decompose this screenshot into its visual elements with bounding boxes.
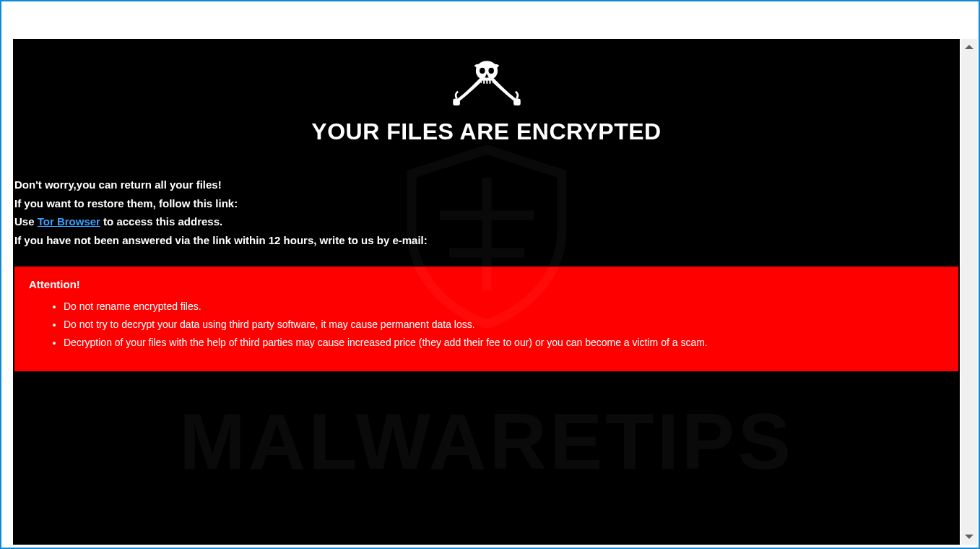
- attention-item: Do not try to decrypt your data using th…: [64, 316, 944, 334]
- page-title: YOUR FILES ARE ENCRYPTED: [13, 118, 960, 145]
- svg-point-5: [488, 68, 494, 74]
- vertical-scrollbar[interactable]: [961, 39, 977, 545]
- attention-panel: Attention! Do not rename encrypted files…: [14, 267, 958, 371]
- svg-rect-1: [514, 100, 519, 105]
- instruction-line-4: If you have not been answered via the li…: [14, 231, 958, 250]
- attention-item: Do not rename encrypted files.: [64, 298, 944, 316]
- chevron-down-icon: [965, 535, 974, 539]
- scroll-down-button[interactable]: [961, 529, 977, 545]
- attention-item: Decryption of your files with the help o…: [64, 334, 944, 352]
- skull-crossed-swords-icon: [13, 56, 960, 110]
- instruction-line-3-suffix: to access this address.: [100, 215, 222, 228]
- watermark-text: MALWARETIPS: [179, 395, 794, 487]
- svg-point-4: [480, 68, 485, 74]
- tor-browser-link[interactable]: Tor Browser: [38, 215, 100, 228]
- chevron-up-icon: [965, 45, 974, 49]
- content-viewport: MALWARETIPS: [13, 39, 960, 545]
- svg-rect-0: [454, 100, 459, 105]
- instruction-line-3-prefix: Use: [14, 215, 38, 228]
- attention-heading: Attention!: [29, 278, 944, 290]
- svg-rect-9: [490, 81, 492, 85]
- window-body: MALWARETIPS: [1, 1, 979, 548]
- svg-rect-6: [482, 81, 483, 85]
- instructions-block: Don't worry,you can return all your file…: [13, 176, 960, 249]
- instruction-line-3: Use Tor Browser to access this address.: [14, 212, 958, 231]
- instruction-line-2: If you want to restore them, follow this…: [14, 194, 958, 213]
- window-frame: MALWARETIPS: [0, 0, 980, 549]
- svg-rect-7: [485, 81, 486, 85]
- instruction-line-1: Don't worry,you can return all your file…: [14, 176, 958, 194]
- svg-rect-8: [487, 81, 489, 85]
- scroll-up-button[interactable]: [961, 39, 977, 55]
- content-inner: MALWARETIPS: [13, 39, 960, 545]
- attention-list: Do not rename encrypted files. Do not tr…: [29, 298, 944, 353]
